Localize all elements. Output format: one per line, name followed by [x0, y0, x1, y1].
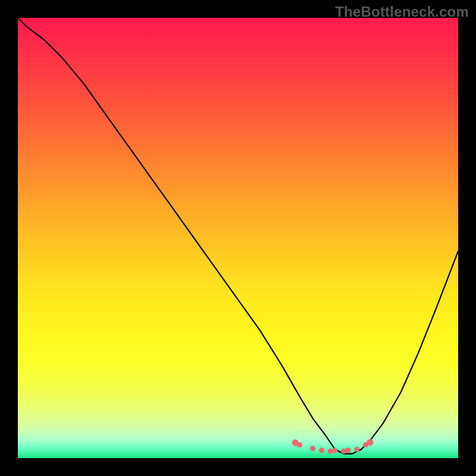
curve-marker	[354, 447, 359, 452]
curve-marker	[346, 447, 351, 453]
curve-marker	[367, 439, 374, 446]
curve-marker	[332, 448, 337, 453]
chart-svg	[18, 18, 458, 458]
curve-marker	[319, 447, 324, 453]
curve-marker	[310, 446, 315, 451]
bottleneck-curve	[18, 18, 458, 454]
plot-area	[18, 18, 458, 458]
curve-marker	[341, 449, 346, 454]
curve-marker	[297, 442, 302, 447]
chart-frame: TheBottleneck.com	[0, 0, 476, 476]
